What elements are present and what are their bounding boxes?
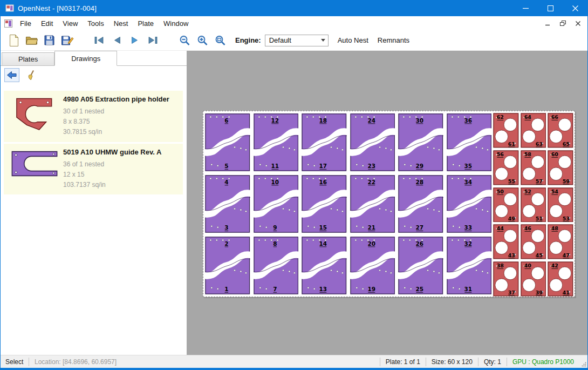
nested-part-pair[interactable]: 8 7 (254, 236, 299, 295)
nested-part-pair[interactable]: 66 65 (548, 113, 573, 148)
nested-part-pair[interactable]: 62 61 (493, 113, 519, 148)
zoom-fit-button[interactable] (211, 32, 229, 49)
auto-nest-button[interactable]: Auto Nest (338, 36, 368, 44)
part-thumbnail (7, 95, 62, 138)
nested-part-pair[interactable]: 56 55 (493, 150, 519, 185)
part-number: 50 (497, 189, 504, 194)
menu-edit[interactable]: Edit (36, 17, 58, 30)
part-number: 28 (416, 179, 424, 185)
status-bar: Select Location: [84.8696, 60.6957] Plat… (1, 355, 587, 368)
nested-part-pair[interactable]: 52 51 (521, 187, 546, 223)
mdi-minimize-button[interactable] (541, 18, 554, 29)
nested-part-pair[interactable]: 50 49 (493, 187, 519, 223)
part-number: 44 (497, 226, 504, 232)
part-number: 9 (273, 224, 277, 231)
zoom-in-button[interactable] (193, 32, 211, 49)
nested-part-pair[interactable]: 24 23 (350, 113, 395, 172)
nested-part-pair[interactable]: 10 9 (254, 174, 299, 233)
menu-plate[interactable]: Plate (133, 17, 159, 30)
tab-plates[interactable]: Plates (2, 52, 54, 65)
nested-part-pair[interactable]: 6 5 (205, 113, 250, 172)
red-part-shape (15, 97, 54, 132)
part-pair-shape: 52 51 (521, 187, 546, 223)
purple-part-shape (11, 150, 58, 178)
window-title: OpenNest - [N0317-004] (18, 4, 97, 12)
part-pair-shape: 22 21 (350, 174, 395, 233)
next-plate-icon (130, 36, 140, 44)
nested-part-pair[interactable]: 30 29 (398, 113, 443, 172)
nested-part-pair[interactable]: 14 13 (302, 236, 347, 295)
part-pair-shape: 14 13 (302, 236, 347, 295)
nested-part-pair[interactable]: 60 59 (548, 150, 573, 185)
nested-part-pair[interactable]: 54 53 (548, 187, 573, 223)
clear-parts-button[interactable] (24, 68, 39, 82)
remnants-button[interactable]: Remnants (378, 36, 409, 44)
tab-drawings[interactable]: Drawings (54, 51, 117, 66)
save-as-button[interactable] (58, 32, 76, 49)
part-number: 58 (524, 151, 531, 157)
nested-part-pair[interactable]: 26 25 (398, 236, 443, 295)
part-number: 54 (551, 189, 559, 194)
nested-part-pair[interactable]: 4 3 (205, 174, 250, 233)
part-pair-shape: 46 45 (521, 224, 546, 259)
part-number: 47 (563, 252, 570, 258)
maximize-button[interactable] (538, 0, 563, 16)
open-button[interactable] (23, 32, 40, 49)
nested-part-pair[interactable]: 42 41 (548, 261, 573, 297)
drawing-item-uhmw-guide[interactable]: 5019 A10 UHMW guide Rev. A 36 of 1 neste… (4, 144, 183, 195)
part-number: 14 (319, 240, 327, 247)
nav-next-button[interactable] (126, 32, 143, 49)
nested-part-pair[interactable]: 12 11 (254, 113, 299, 172)
nested-part-pair[interactable]: 36 35 (447, 113, 492, 172)
minimize-button[interactable] (513, 0, 538, 16)
nest-canvas[interactable]: 6 5 12 11 18 17 24 23 30 29 36 (187, 51, 587, 355)
drawing-item-extraction-pipe-holder[interactable]: 4980 A05 Extraction pipe holder 30 of 1 … (4, 91, 183, 142)
nested-part-pair[interactable]: 46 45 (521, 224, 546, 259)
close-button[interactable] (563, 0, 587, 16)
document-icon (4, 19, 12, 28)
part-pair-shape: 30 29 (398, 113, 443, 172)
menu-view[interactable]: View (58, 17, 83, 30)
nested-part-pair[interactable]: 34 33 (447, 174, 492, 233)
part-number: 42 (551, 263, 558, 269)
part-number: 6 (224, 117, 228, 124)
save-button[interactable] (40, 32, 58, 49)
mdi-close-button[interactable] (571, 18, 584, 29)
nested-part-pair[interactable]: 38 37 (493, 261, 519, 297)
menu-nest[interactable]: Nest (109, 17, 133, 30)
nested-part-pair[interactable]: 20 19 (350, 236, 395, 295)
nested-part-pair[interactable]: 32 31 (447, 236, 492, 295)
nested-part-pair[interactable]: 18 17 (302, 113, 347, 172)
nested-part-pair[interactable]: 44 43 (493, 224, 519, 259)
nested-part-pair[interactable]: 22 21 (350, 174, 395, 233)
nested-part-pair[interactable]: 40 39 (521, 261, 546, 297)
chevron-down-icon[interactable] (319, 35, 328, 46)
zoom-out-button[interactable] (175, 32, 193, 49)
broom-icon (26, 70, 36, 80)
nested-part-pair[interactable]: 16 15 (302, 174, 347, 233)
part-number: 8 (273, 240, 277, 247)
nested-part-pair[interactable]: 28 27 (398, 174, 443, 233)
nested-part-pair[interactable]: 2 1 (205, 236, 250, 295)
resize-grip[interactable] (579, 355, 587, 368)
drawing-size: 8 x 8.375 (63, 117, 180, 127)
app-window: OpenNest - [N0317-004] File Edit View To… (0, 0, 588, 370)
nested-part-pair[interactable]: 58 57 (521, 150, 546, 185)
part-number: 59 (563, 178, 570, 184)
engine-select[interactable]: Default (265, 35, 329, 46)
nav-first-button[interactable] (90, 32, 108, 49)
mdi-restore-button[interactable] (556, 18, 569, 29)
menu-file[interactable]: File (15, 17, 36, 30)
new-button[interactable] (5, 32, 23, 49)
title-bar: OpenNest - [N0317-004] (1, 0, 587, 16)
return-part-button[interactable] (4, 68, 19, 82)
nested-part-pair[interactable]: 64 63 (521, 113, 546, 148)
nav-last-button[interactable] (143, 32, 161, 49)
nav-prev-button[interactable] (108, 32, 126, 49)
purple-grid: 6 5 12 11 18 17 24 23 30 29 36 (205, 113, 491, 295)
menu-tools[interactable]: Tools (83, 17, 108, 30)
engine-label: Engine: (235, 36, 261, 44)
nested-part-pair[interactable]: 48 47 (548, 224, 573, 259)
plate[interactable]: 6 5 12 11 18 17 24 23 30 29 36 (203, 111, 575, 297)
menu-window[interactable]: Window (159, 17, 193, 30)
